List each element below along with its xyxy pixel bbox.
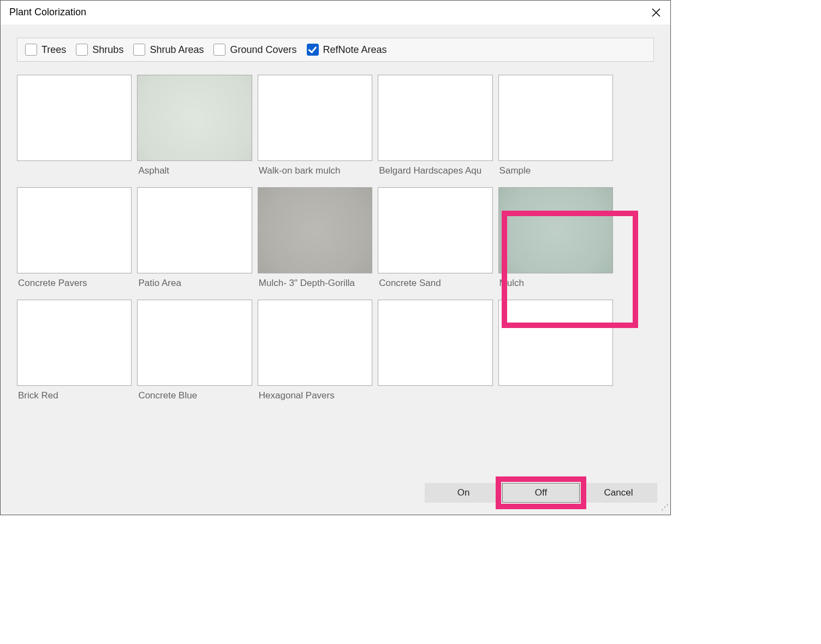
dialog-content: Trees Shrubs Shrub Areas Ground Covers R… [1, 25, 670, 407]
swatch-cell[interactable]: Mulch [498, 187, 613, 294]
swatch-label [378, 386, 492, 396]
swatch-cell[interactable] [498, 300, 613, 407]
checkbox-shrubs[interactable]: Shrubs [76, 44, 123, 56]
swatch-preview[interactable] [17, 300, 132, 386]
checkbox-icon [76, 44, 88, 56]
checkbox-icon [25, 44, 37, 56]
swatch-label: Mulch [498, 273, 613, 294]
on-button[interactable]: On [425, 483, 502, 503]
checkbox-label: RefNote Areas [323, 44, 387, 56]
dialog-title: Plant Colorization [9, 7, 86, 18]
checkbox-icon [213, 44, 225, 56]
swatch-label: Walk-on bark mulch [258, 161, 372, 182]
checkbox-trees[interactable]: Trees [25, 44, 66, 56]
titlebar: Plant Colorization [1, 1, 670, 25]
swatch-label: Concrete Sand [378, 273, 492, 294]
swatch-preview[interactable] [137, 187, 252, 273]
checkbox-icon [307, 44, 319, 56]
checkbox-ground-covers[interactable]: Ground Covers [213, 44, 296, 56]
swatch-cell[interactable]: Brick Red [17, 300, 132, 407]
swatch-label: Sample [498, 161, 613, 182]
swatch-preview[interactable] [17, 187, 132, 273]
checkbox-refnote-areas[interactable]: RefNote Areas [307, 44, 387, 56]
swatch-label [17, 161, 132, 171]
plant-colorization-dialog: Plant Colorization Trees Shrubs Shrub Ar… [0, 0, 671, 515]
swatch-cell[interactable]: Sample [498, 75, 613, 182]
swatch-cell[interactable] [378, 300, 492, 407]
swatch-preview[interactable] [137, 75, 252, 161]
swatch-label: Belgard Hardscapes Aqu [378, 161, 492, 182]
swatch-label: Concrete Blue [137, 386, 252, 407]
swatch-label: Brick Red [17, 386, 132, 407]
checkbox-shrub-areas[interactable]: Shrub Areas [133, 44, 204, 56]
swatch-cell[interactable] [17, 75, 132, 182]
swatch-grid: AsphaltWalk-on bark mulchBelgard Hardsca… [17, 75, 613, 407]
checkbox-label: Shrubs [92, 44, 123, 56]
swatch-preview[interactable] [17, 75, 132, 161]
swatch-cell[interactable]: Concrete Sand [378, 187, 492, 294]
swatch-cell[interactable]: Hexagonal Pavers [258, 300, 372, 407]
swatch-cell[interactable]: Walk-on bark mulch [258, 75, 372, 182]
swatch-preview[interactable] [378, 300, 492, 386]
swatch-label: Concrete Pavers [17, 273, 132, 294]
off-button[interactable]: Off [502, 483, 580, 503]
swatch-cell[interactable]: Concrete Blue [137, 300, 252, 407]
swatch-cell[interactable]: Belgard Hardscapes Aqu [378, 75, 492, 182]
button-bar: On Off Cancel [425, 483, 657, 503]
swatch-preview[interactable] [258, 75, 372, 161]
checkbox-label: Shrub Areas [150, 44, 204, 56]
swatch-cell[interactable]: Concrete Pavers [17, 187, 132, 294]
swatch-label: Asphalt [137, 161, 252, 182]
checkbox-label: Ground Covers [230, 44, 296, 56]
swatch-preview[interactable] [258, 300, 372, 386]
swatch-preview[interactable] [498, 300, 613, 386]
swatch-cell[interactable]: Patio Area [137, 187, 252, 294]
swatch-preview[interactable] [498, 187, 613, 273]
filter-bar: Trees Shrubs Shrub Areas Ground Covers R… [17, 38, 654, 62]
resize-grip-icon[interactable]: ⋰ [661, 505, 669, 513]
cancel-button[interactable]: Cancel [580, 483, 657, 503]
swatch-label: Mulch- 3" Depth-Gorilla [258, 273, 372, 294]
checkbox-label: Trees [41, 44, 66, 56]
swatch-preview[interactable] [498, 75, 613, 161]
swatch-preview[interactable] [137, 300, 252, 386]
swatch-preview[interactable] [258, 187, 372, 273]
close-icon[interactable] [649, 5, 664, 20]
swatch-label [498, 386, 613, 396]
swatch-label: Patio Area [137, 273, 252, 294]
swatch-cell[interactable]: Mulch- 3" Depth-Gorilla [258, 187, 372, 294]
swatch-label: Hexagonal Pavers [258, 386, 372, 407]
swatch-preview[interactable] [378, 75, 492, 161]
swatch-cell[interactable]: Asphalt [137, 75, 252, 182]
checkbox-icon [133, 44, 145, 56]
swatch-preview[interactable] [378, 187, 492, 273]
